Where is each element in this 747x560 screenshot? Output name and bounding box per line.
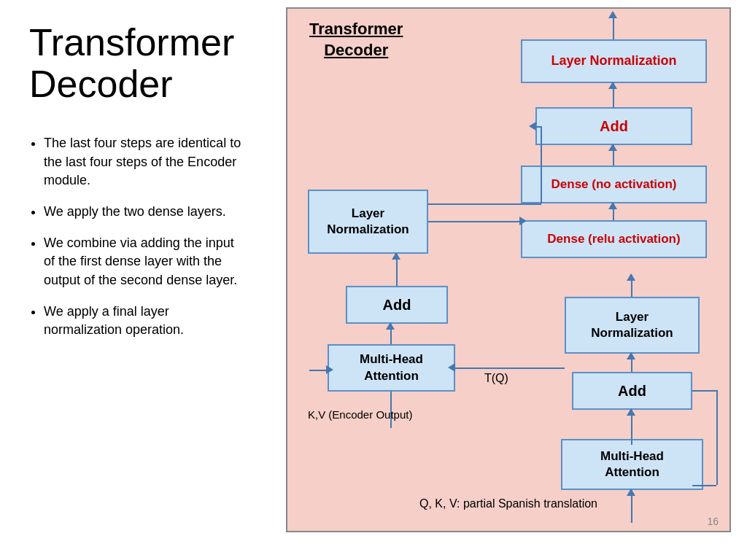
arrow-tq bbox=[455, 368, 565, 369]
arrowhead-kv bbox=[326, 365, 333, 374]
dense-no-act-box: Dense (no activation) bbox=[521, 166, 707, 203]
arrowhead-layernorm-mid-to-denserelu bbox=[519, 217, 527, 225]
layer-norm-top-box: Layer Normalization bbox=[521, 39, 707, 83]
main-title: Transformer Decoder bbox=[29, 22, 248, 105]
arrowhead-denseno-to-addtop bbox=[608, 144, 617, 151]
bottom-label: Q, K, V: partial Spanish translation bbox=[419, 497, 597, 510]
slide-number: 16 bbox=[707, 516, 719, 527]
arrow-addright-skip-h2 bbox=[692, 485, 716, 486]
arrow-skip-v bbox=[541, 126, 542, 203]
bullet-3: We combine via adding the input of the f… bbox=[44, 234, 248, 289]
arrowhead-layernormright-up bbox=[627, 273, 635, 281]
multi-head-left-box: Multi-Head Attention bbox=[328, 344, 455, 392]
right-panel: Transformer Decoder Layer Normalization … bbox=[270, 0, 747, 560]
diagram-title: Transformer Decoder bbox=[309, 19, 403, 61]
arrowhead-addright-to-layernormright bbox=[627, 352, 635, 359]
dense-relu-box: Dense (relu activation) bbox=[521, 220, 707, 258]
arrowhead-multihead-to-addmid bbox=[386, 322, 395, 330]
arrow-skip-h2 bbox=[535, 126, 541, 128]
arrowhead-tq bbox=[448, 363, 455, 372]
arrow-addright-skip-v bbox=[716, 390, 718, 485]
left-panel: Transformer Decoder The last four steps … bbox=[0, 0, 270, 560]
arrowhead-multiheadright-to-addright bbox=[627, 408, 635, 416]
arrow-kv-h bbox=[309, 370, 328, 371]
multi-head-right-box: Multi-Head Attention bbox=[561, 439, 703, 490]
add-mid-box: Add bbox=[346, 286, 448, 324]
arrow-skip-h bbox=[428, 203, 541, 205]
layer-norm-right-box: Layer Normalization bbox=[565, 297, 700, 354]
arrowhead-denserelu-to-denseno bbox=[608, 202, 617, 209]
arrow-layernorm-mid-to-denserelu bbox=[428, 221, 521, 222]
kv-label: K,V (Encoder Output) bbox=[308, 408, 412, 421]
layer-norm-mid-box: Layer Normalization bbox=[308, 190, 428, 254]
arrowhead-top-up bbox=[608, 11, 617, 18]
bullet-1: The last four steps are identical to the… bbox=[44, 134, 248, 190]
add-right-box: Add bbox=[572, 372, 692, 410]
arrowhead-addmid-to-layernormmid bbox=[392, 252, 400, 260]
bullet-2: We apply the two dense layers. bbox=[44, 203, 248, 221]
bullet-4: We apply a final layer normalization ope… bbox=[44, 303, 248, 339]
arrow-addright-skip-h bbox=[692, 390, 718, 392]
add-top-box: Add bbox=[535, 107, 692, 145]
arrowhead-skip-to-add bbox=[529, 122, 536, 131]
tq-label: T(Q) bbox=[484, 372, 508, 385]
arrowhead-addtop-to-layernorm bbox=[608, 82, 617, 89]
arrowhead-bottom-multiheadright bbox=[627, 489, 635, 496]
bullet-list: The last four steps are identical to the… bbox=[29, 134, 248, 352]
diagram-container: Transformer Decoder Layer Normalization … bbox=[286, 7, 731, 532]
